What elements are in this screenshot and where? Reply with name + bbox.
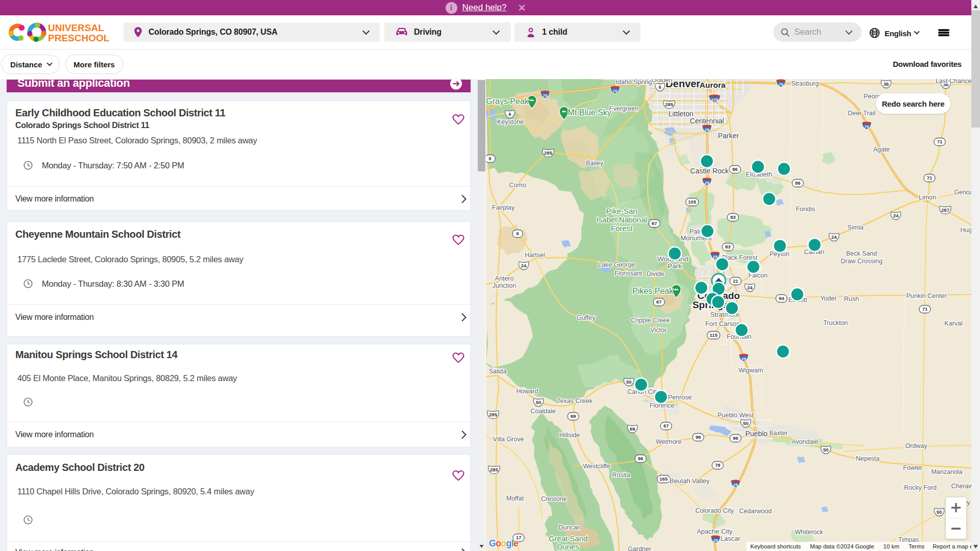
svg-text:6: 6 xyxy=(658,84,661,90)
svg-text:Como: Como xyxy=(509,182,526,189)
svg-text:Gardner: Gardner xyxy=(628,545,651,551)
svg-text:Bailey: Bailey xyxy=(586,160,604,167)
svg-text:9: 9 xyxy=(516,231,519,236)
svg-text:Great Sand: Great Sand xyxy=(549,534,588,543)
svg-text:Salida: Salida xyxy=(489,368,507,375)
svg-text:Evergreen: Evergreen xyxy=(609,105,639,112)
svg-text:Limon: Limon xyxy=(919,194,936,201)
svg-text:Guffey: Guffey xyxy=(577,314,596,321)
svg-text:Last Chance: Last Chance xyxy=(936,79,971,85)
svg-text:67: 67 xyxy=(664,423,669,429)
svg-text:21: 21 xyxy=(733,278,739,284)
svg-text:Colorado City: Colorado City xyxy=(695,507,734,514)
svg-text:Strasburg: Strasburg xyxy=(791,80,819,87)
svg-text:Agate: Agate xyxy=(873,146,890,153)
svg-text:67: 67 xyxy=(656,299,662,305)
svg-text:69: 69 xyxy=(571,413,576,419)
svg-text:Pikes Peak: Pikes Peak xyxy=(632,287,674,295)
svg-text:25: 25 xyxy=(713,255,718,259)
svg-text:Hug: Hug xyxy=(961,227,971,234)
svg-text:50: 50 xyxy=(626,379,632,385)
svg-text:Keystone: Keystone xyxy=(497,118,524,126)
svg-text:36: 36 xyxy=(884,81,889,87)
svg-text:78: 78 xyxy=(715,462,721,468)
svg-text:Divide: Divide xyxy=(647,270,665,278)
svg-text:Lake George: Lake George xyxy=(598,261,635,268)
svg-text:Nepesta: Nepesta xyxy=(856,455,880,462)
svg-text:Baxter: Baxter xyxy=(769,430,788,437)
svg-text:Pueblo West: Pueblo West xyxy=(718,412,754,419)
svg-text:Apache City: Apache City xyxy=(697,528,733,535)
svg-text:Hartsel: Hartsel xyxy=(525,252,545,259)
svg-text:Fondis: Fondis xyxy=(796,206,815,213)
svg-text:Cripple Creek: Cripple Creek xyxy=(631,317,670,324)
svg-text:24: 24 xyxy=(831,234,837,240)
svg-text:Karval: Karval xyxy=(944,320,962,327)
svg-text:Coaldale: Coaldale xyxy=(530,408,555,415)
svg-text:Westcliffe: Westcliffe xyxy=(583,463,610,470)
svg-text:Texas Creek: Texas Creek xyxy=(557,397,593,405)
svg-text:25: 25 xyxy=(705,181,709,185)
svg-text:Rocky Ford: Rocky Ford xyxy=(904,484,937,491)
svg-text:Mt Blue Sky: Mt Blue Sky xyxy=(568,108,611,117)
svg-text:70: 70 xyxy=(779,82,783,87)
svg-text:96: 96 xyxy=(696,434,701,440)
svg-text:86: 86 xyxy=(732,166,738,172)
svg-text:Junction: Junction xyxy=(493,282,517,289)
svg-text:Avondale: Avondale xyxy=(792,438,818,445)
svg-text:Isabel National: Isabel National xyxy=(596,215,647,224)
svg-text:Lascar: Lascar xyxy=(720,535,741,542)
svg-text:50: 50 xyxy=(937,509,942,515)
svg-text:69: 69 xyxy=(630,426,635,432)
svg-text:71: 71 xyxy=(922,306,928,312)
svg-text:50: 50 xyxy=(536,399,542,405)
svg-text:83: 83 xyxy=(725,244,731,249)
svg-text:225: 225 xyxy=(711,97,718,102)
svg-text:Fort Carson: Fort Carson xyxy=(705,320,741,328)
svg-text:Punkin Center: Punkin Center xyxy=(906,292,946,299)
svg-text:71: 71 xyxy=(937,139,943,144)
svg-text:25: 25 xyxy=(705,128,709,132)
svg-text:86: 86 xyxy=(795,180,801,186)
svg-text:67: 67 xyxy=(652,220,657,226)
svg-text:Manzanola: Manzanola xyxy=(931,468,962,475)
svg-text:9: 9 xyxy=(488,156,491,161)
svg-text:115: 115 xyxy=(709,332,718,338)
svg-text:Draw Crossing: Draw Crossing xyxy=(841,258,883,265)
svg-text:Pike-San: Pike-San xyxy=(606,207,638,215)
svg-text:Hillside: Hillside xyxy=(559,432,580,439)
svg-text:Forest: Forest xyxy=(611,224,633,233)
svg-text:83: 83 xyxy=(730,214,736,220)
svg-text:Parker: Parker xyxy=(718,132,739,140)
svg-text:285: 285 xyxy=(489,412,498,417)
svg-text:PRESCHOOL: PRESCHOOL xyxy=(48,33,110,43)
svg-text:Beck Sand: Beck Sand xyxy=(846,250,877,257)
svg-text:Crestone: Crestone xyxy=(541,495,567,503)
svg-text:Dunes: Dunes xyxy=(557,542,579,551)
svg-text:Pueblo: Pueblo xyxy=(745,430,768,438)
svg-text:Simla: Simla xyxy=(847,224,863,231)
svg-text:70: 70 xyxy=(543,93,548,98)
svg-text:285: 285 xyxy=(665,102,674,107)
svg-text:Cheraw: Cheraw xyxy=(951,483,971,490)
svg-text:25: 25 xyxy=(742,357,746,361)
svg-text:Idaho Springs: Idaho Springs xyxy=(616,79,655,86)
svg-text:Fairplay: Fairplay xyxy=(492,204,515,211)
svg-text:Genoa: Genoa xyxy=(954,189,971,196)
svg-text:25: 25 xyxy=(733,483,738,487)
svg-text:285: 285 xyxy=(490,467,499,472)
svg-text:96: 96 xyxy=(733,435,739,441)
svg-text:Rush: Rush xyxy=(844,295,859,303)
svg-text:70: 70 xyxy=(613,89,618,93)
svg-text:50: 50 xyxy=(743,420,749,426)
svg-text:Wetmore: Wetmore xyxy=(656,438,682,445)
svg-text:Villa Grove: Villa Grove xyxy=(493,436,524,443)
svg-text:Penrose: Penrose xyxy=(668,394,692,401)
svg-text:70: 70 xyxy=(865,124,869,129)
svg-text:Golden: Golden xyxy=(652,79,672,84)
svg-text:105: 105 xyxy=(688,199,697,205)
svg-text:96: 96 xyxy=(638,456,644,461)
svg-text:UNIVERSAL: UNIVERSAL xyxy=(48,22,104,33)
svg-text:Centennial: Centennial xyxy=(690,117,724,125)
svg-text:Castle Rock: Castle Rock xyxy=(690,167,729,175)
